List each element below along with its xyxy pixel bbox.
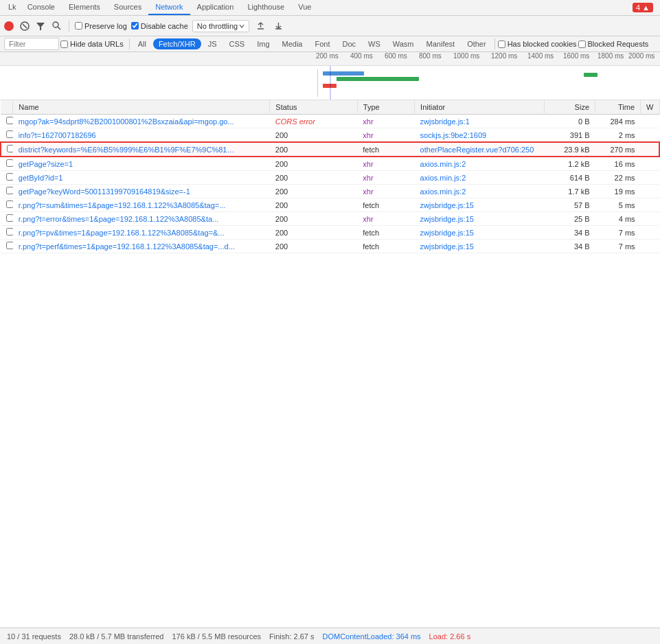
- request-name[interactable]: r.png?t=sum&times=1&page=192.168.1.122%3…: [19, 201, 238, 209]
- filter-tab-all[interactable]: All: [133, 38, 152, 49]
- type-header[interactable]: Type: [357, 100, 414, 115]
- row-checkbox[interactable]: [7, 145, 13, 152]
- filter-tab-ws[interactable]: WS: [363, 38, 386, 49]
- table-row[interactable]: mgop?ak=94sdprt8%2B2001000801%2Bsxzaia&a…: [1, 115, 659, 128]
- tab-sources[interactable]: Sources: [107, 0, 148, 15]
- disable-cache-checkbox[interactable]: [131, 22, 139, 30]
- table-row[interactable]: getById?id=1200xhraxios.min.js:2614 B22 …: [1, 171, 659, 185]
- row-checkbox[interactable]: [6, 187, 13, 194]
- filter-tab-manifest[interactable]: Manifest: [421, 38, 461, 49]
- table-row[interactable]: r.png?t=perf&times=1&page=192.168.1.122%…: [1, 240, 659, 253]
- devtools-error-badge: 4 ▲: [633, 3, 653, 12]
- table-row[interactable]: r.png?t=pv&times=1&page=192.168.1.122%3A…: [1, 226, 659, 240]
- table-row[interactable]: getPage?size=1200xhraxios.min.js:21.2 kB…: [1, 157, 659, 171]
- row-checkbox[interactable]: [6, 200, 13, 208]
- initiator-link[interactable]: zwjsbridge.js:1: [420, 117, 470, 126]
- filter-tab-media[interactable]: Media: [277, 38, 308, 49]
- filter-tab-fetch-xhr[interactable]: Fetch/XHR: [153, 38, 201, 49]
- row-checkbox[interactable]: [6, 228, 13, 235]
- row-checkbox[interactable]: [6, 214, 13, 222]
- table-row[interactable]: info?t=1627007182696200xhrsockjs.js:9be2…: [1, 128, 659, 143]
- tab-vue[interactable]: Vue: [291, 0, 318, 15]
- status-code: 200: [275, 174, 288, 182]
- request-name[interactable]: r.png?t=error&times=1&page=192.168.1.122…: [19, 215, 238, 223]
- row-checkbox[interactable]: [6, 159, 13, 167]
- request-name[interactable]: r.png?t=pv&times=1&page=192.168.1.122%3A…: [19, 229, 238, 237]
- request-type: xhr: [363, 160, 373, 168]
- waterfall-header[interactable]: W: [641, 100, 659, 115]
- table-row[interactable]: getPage?keyWord=500113199709164819&size=…: [1, 185, 659, 198]
- search-input[interactable]: [4, 38, 59, 50]
- type-cell: xhr: [357, 171, 414, 185]
- status-header[interactable]: Status: [270, 100, 357, 115]
- row-checkbox[interactable]: [6, 117, 13, 124]
- request-name[interactable]: getPage?keyWord=500113199709164819&size=…: [19, 187, 238, 196]
- cors-error: CORS error: [275, 117, 315, 126]
- status-cell: 200: [270, 226, 357, 240]
- download-icon[interactable]: [271, 19, 285, 33]
- upload-icon[interactable]: [253, 19, 267, 33]
- table-row[interactable]: district?keywords=%E6%B5%999%E6%B1%9F%E7…: [1, 142, 659, 157]
- tab-lk[interactable]: Lk: [4, 0, 21, 15]
- filter-tab-wasm[interactable]: Wasm: [387, 38, 420, 49]
- tab-lighthouse[interactable]: Lighthouse: [240, 0, 291, 15]
- table-row[interactable]: r.png?t=error&times=1&page=192.168.1.122…: [1, 212, 659, 226]
- initiator-cell: zwjsbridge.js:15: [415, 226, 545, 240]
- time-header[interactable]: Time: [595, 100, 641, 115]
- name-header[interactable]: Name: [13, 100, 270, 115]
- size-cell: 57 B: [544, 198, 595, 212]
- size-header[interactable]: Size: [544, 100, 595, 115]
- has-blocked-cookies-checkbox[interactable]: [498, 41, 505, 48]
- hide-data-urls-label[interactable]: All Hide data URLs: [60, 40, 124, 48]
- tab-console[interactable]: Console: [21, 0, 62, 15]
- hide-data-urls-checkbox[interactable]: [60, 41, 68, 48]
- preserve-log-checkbox[interactable]: [75, 22, 82, 30]
- filter-tab-css[interactable]: CSS: [224, 38, 251, 49]
- tab-network[interactable]: Network: [148, 0, 190, 15]
- request-name[interactable]: district?keywords=%E6%B5%999%E6%B1%9F%E7…: [19, 146, 238, 154]
- initiator-cell: zwjsbridge.js:1: [415, 115, 545, 128]
- clear-button[interactable]: [18, 19, 32, 33]
- size-cell: 23.9 kB: [544, 142, 595, 157]
- status-cell: 200: [270, 185, 357, 198]
- row-checkbox[interactable]: [6, 130, 13, 138]
- filter-tab-img[interactable]: Img: [251, 38, 275, 49]
- initiator-link[interactable]: zwjsbridge.js:15: [420, 242, 474, 251]
- blocked-requests-label[interactable]: Blocked Requests: [578, 40, 649, 48]
- initiator-header[interactable]: Initiator: [415, 100, 545, 115]
- filter-separator2: [494, 38, 495, 49]
- row-checkbox[interactable]: [6, 173, 13, 181]
- record-button[interactable]: [4, 21, 14, 31]
- tab-application[interactable]: Application: [190, 0, 241, 15]
- filter-tab-font[interactable]: Font: [309, 38, 335, 49]
- initiator-link[interactable]: zwjsbridge.js:15: [420, 229, 474, 237]
- initiator-link[interactable]: zwjsbridge.js:15: [420, 201, 474, 209]
- request-name[interactable]: info?t=1627007182696: [19, 131, 238, 139]
- filter-tab-other[interactable]: Other: [462, 38, 492, 49]
- request-name[interactable]: getPage?size=1: [19, 160, 238, 168]
- initiator-link[interactable]: otherPlaceRegister.vue?d706:250: [420, 146, 534, 154]
- filter-tab-doc[interactable]: Doc: [337, 38, 361, 49]
- preserve-log-label[interactable]: Preserve log: [75, 22, 127, 30]
- row-checkbox[interactable]: [6, 242, 13, 249]
- tab-elements[interactable]: Elements: [62, 0, 107, 15]
- initiator-link[interactable]: zwjsbridge.js:15: [420, 215, 474, 223]
- initiator-link[interactable]: axios.min.js:2: [420, 187, 466, 196]
- throttling-dropdown[interactable]: No throttling: [192, 20, 249, 32]
- disable-cache-label[interactable]: Disable cache: [131, 22, 188, 30]
- initiator-link[interactable]: axios.min.js:2: [420, 160, 466, 168]
- initiator-link[interactable]: sockjs.js:9be2:1609: [420, 131, 487, 139]
- type-cell: xhr: [357, 115, 414, 128]
- search-icon[interactable]: [49, 19, 63, 33]
- request-name[interactable]: getById?id=1: [19, 174, 238, 182]
- request-name[interactable]: r.png?t=perf&times=1&page=192.168.1.122%…: [19, 242, 238, 251]
- time-cell: 16 ms: [595, 157, 641, 171]
- initiator-link[interactable]: axios.min.js:2: [420, 174, 466, 182]
- initiator-cell: axios.min.js:2: [415, 171, 545, 185]
- request-name[interactable]: mgop?ak=94sdprt8%2B2001000801%2Bsxzaia&a…: [19, 117, 238, 126]
- table-row[interactable]: r.png?t=sum&times=1&page=192.168.1.122%3…: [1, 198, 659, 212]
- filter-tab-js[interactable]: JS: [203, 38, 223, 49]
- size-cell: 25 B: [544, 212, 595, 226]
- blocked-requests-checkbox[interactable]: [578, 41, 586, 48]
- has-blocked-cookies-label[interactable]: Has blocked cookies: [498, 40, 577, 48]
